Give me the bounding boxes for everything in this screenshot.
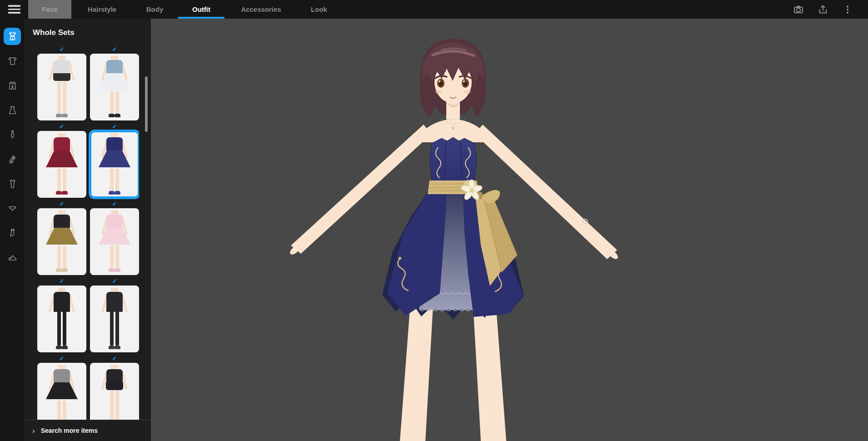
outfit-item-pink-frill-dress[interactable]: ✓: [90, 200, 139, 275]
export-icon: [818, 4, 828, 15]
hamburger-icon: [8, 5, 20, 14]
shoe-icon: [7, 252, 18, 263]
kebab-menu-icon: [842, 4, 853, 15]
category-inner-wear[interactable]: [4, 175, 21, 192]
category-gloves[interactable]: [4, 150, 21, 168]
bodice: [429, 137, 477, 187]
outfit-item-black-tactical-set[interactable]: ✓: [90, 278, 139, 352]
dress-icon: [7, 105, 18, 116]
character-preview: [151, 19, 868, 441]
outfit-grid: ✓ ✓ ✓ ✓ ✓ ✓ ✓ ✓ ✓ ✓: [37, 46, 139, 420]
chevron-right-icon: ›: [32, 427, 35, 435]
outfit-thumbnail[interactable]: [37, 54, 86, 120]
item-check-icon: ✓: [90, 123, 139, 130]
shirt-icon: [7, 55, 18, 67]
tab-accessories[interactable]: Accessories: [226, 0, 296, 19]
tab-outfit[interactable]: Outfit: [177, 0, 226, 19]
outfit-thumbnail[interactable]: [37, 131, 86, 198]
glove-icon: [7, 154, 18, 165]
underwear-icon: [7, 203, 18, 214]
category-whole-sets[interactable]: [4, 28, 21, 45]
category-rail: [0, 19, 25, 441]
category-underwear[interactable]: [4, 200, 21, 217]
tab-hairstyle[interactable]: Hairstyle: [71, 0, 133, 19]
character-viewport[interactable]: [151, 19, 868, 441]
outfit-thumbnail[interactable]: [90, 208, 139, 275]
outfit-thumbnail[interactable]: [90, 286, 139, 352]
filigree-dot-left: [399, 257, 401, 260]
tab-body[interactable]: Body: [133, 0, 177, 19]
outfit-item-gray-dress-black-jacket[interactable]: ✓: [37, 355, 86, 420]
outfit-item-butler-suit-set[interactable]: ✓: [37, 46, 86, 120]
whole-sets-panel: Whole Sets ✓ ✓ ✓ ✓ ✓ ✓ ✓ ✓ ✓ ✓ › Search …: [25, 19, 151, 441]
item-check-icon: ✓: [37, 355, 86, 362]
category-shoes[interactable]: [4, 249, 21, 266]
panel-title: Whole Sets: [33, 28, 151, 37]
item-check-icon: ✓: [37, 200, 86, 207]
pants-icon: [7, 80, 18, 91]
category-one-piece[interactable]: [4, 101, 21, 119]
tab-face[interactable]: Face: [28, 0, 71, 19]
top-toolbar: Face Hairstyle Body Outfit Accessories L…: [0, 0, 868, 19]
export-button[interactable]: [815, 1, 831, 18]
outfit-thumbnail[interactable]: [37, 363, 86, 420]
blush-right: [464, 90, 471, 94]
outfit-item-alice-blue-maid-dress[interactable]: ✓: [90, 46, 139, 120]
left-leg: [400, 297, 434, 441]
category-bottoms[interactable]: [4, 77, 21, 94]
outfit-thumbnail[interactable]: [90, 363, 139, 420]
camera-icon: [793, 4, 804, 15]
outfit-item-crimson-party-dress[interactable]: ✓: [37, 123, 86, 198]
search-more-label: Search more items: [41, 427, 98, 434]
whole-set-icon: [7, 31, 18, 42]
pendant: [452, 127, 454, 130]
outfit-item-black-gold-cocktail-dress[interactable]: ✓: [37, 200, 86, 275]
item-check-icon: ✓: [37, 123, 86, 130]
item-check-icon: ✓: [90, 278, 139, 285]
item-check-icon: ✓: [90, 46, 139, 53]
tank-top-icon: [7, 178, 18, 190]
category-neckwear[interactable]: [4, 126, 21, 143]
tab-look[interactable]: Look: [296, 0, 342, 19]
right-leg: [473, 297, 506, 441]
item-check-icon: ✓: [37, 278, 86, 285]
blush-left: [435, 90, 443, 94]
menu-button[interactable]: [0, 0, 28, 19]
category-tops[interactable]: [4, 52, 21, 70]
outfit-thumbnail[interactable]: [90, 131, 139, 198]
outfit-item-black-bodysuit[interactable]: ✓: [37, 278, 86, 352]
outfit-item-black-red-noble-set[interactable]: ✓: [90, 355, 139, 420]
outfit-thumbnail[interactable]: [37, 208, 86, 275]
outfit-item-navy-gold-evening-dress[interactable]: ✓: [90, 123, 139, 198]
item-check-icon: ✓: [90, 355, 139, 362]
item-check-icon: ✓: [90, 200, 139, 207]
outfit-thumbnail[interactable]: [37, 286, 86, 352]
necktie-icon: [7, 129, 18, 140]
topbar-actions: [790, 0, 868, 19]
camera-button[interactable]: [790, 1, 807, 18]
more-options-button[interactable]: [839, 1, 856, 18]
category-legwear[interactable]: [4, 224, 21, 241]
item-check-icon: ✓: [37, 46, 86, 53]
panel-scrollbar[interactable]: [145, 76, 148, 132]
search-more-items[interactable]: › Search more items: [25, 420, 151, 441]
outfit-thumbnail[interactable]: [90, 54, 139, 120]
sock-icon: [7, 227, 18, 239]
